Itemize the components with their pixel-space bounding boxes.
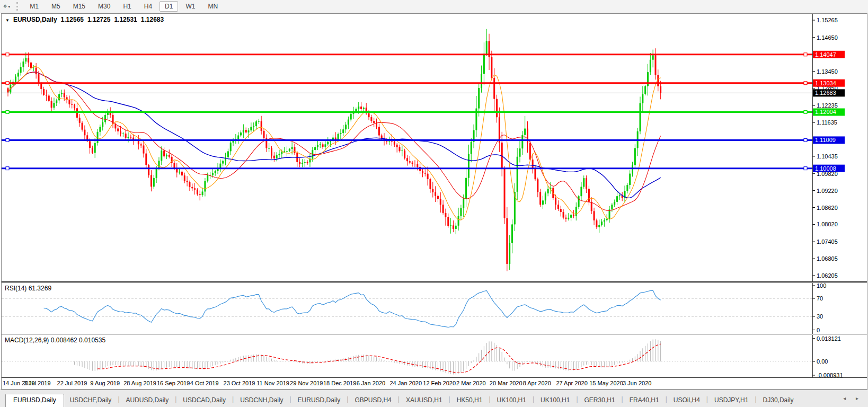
timeframe-button-h4[interactable]: H4: [139, 1, 157, 12]
timeframe-button-m5[interactable]: M5: [46, 1, 66, 12]
chart-tab-uk100-h1[interactable]: UK100,H1: [491, 394, 532, 407]
chart-tab-gbpusd-h4[interactable]: GBPUSD,H4: [349, 394, 397, 407]
chart-tab-hk50-h1[interactable]: HK50,H1: [451, 394, 489, 407]
tab-separator: |: [289, 395, 291, 403]
chart-tab-ger30-h1[interactable]: GER30,H1: [579, 394, 621, 407]
rsi-line: [44, 290, 661, 327]
chart-tabs: EURUSD,DailyUSDCHF,Daily|AUDUSD,Daily|US…: [5, 393, 800, 407]
hline-handle: [804, 138, 807, 141]
svg-text:1.09220: 1.09220: [817, 188, 838, 194]
candlestick-chart[interactable]: 1.152651.146501.134501.128501.122351.116…: [2, 14, 867, 281]
tab-separator: |: [706, 395, 708, 403]
date-label: 15 May 2020: [589, 380, 623, 386]
tab-scroll-left-icon[interactable]: ◂: [843, 395, 850, 401]
hline-handle: [804, 110, 807, 113]
hline-handle: [6, 110, 9, 113]
date-label: 24 Jan 2020: [389, 380, 422, 386]
date-label: 28 Aug 2019: [123, 380, 156, 386]
tab-separator: |: [397, 395, 400, 403]
svg-text:1.06805: 1.06805: [817, 255, 838, 262]
tab-scroll-right-icon[interactable]: ▸: [856, 395, 863, 401]
date-label: 23 Oct 2019: [224, 380, 255, 386]
svg-text:1.12683: 1.12683: [815, 90, 836, 96]
chart-tab-bar: EURUSD,DailyUSDCHF,Daily|AUDUSD,Daily|US…: [0, 390, 868, 407]
svg-text:1.08620: 1.08620: [817, 205, 838, 211]
timeframe-button-w1[interactable]: W1: [180, 1, 200, 12]
timeframe-button-h1[interactable]: H1: [118, 1, 136, 12]
timeframe-buttons: M1M5M15M30H1H4D1W1MN: [23, 3, 224, 10]
svg-text:1.12235: 1.12235: [817, 102, 838, 109]
timeframe-button-m1[interactable]: M1: [24, 1, 44, 12]
svg-text:1.11009: 1.11009: [815, 137, 836, 143]
svg-text:-0.008931: -0.008931: [817, 372, 843, 377]
timeframe-button-m15[interactable]: M15: [68, 1, 91, 12]
svg-text:30: 30: [817, 313, 823, 320]
date-axis[interactable]: 14 Jun 20193 Jul 201922 Jul 20199 Aug 20…: [2, 378, 867, 390]
date-label: 16 Sep 2019: [157, 380, 190, 386]
rsi-panel[interactable]: 10070300: [2, 283, 867, 334]
macd-axis[interactable]: 0.0131210.00-0.008931: [812, 335, 843, 377]
svg-text:70: 70: [817, 295, 823, 302]
date-label: 8 Apr 2020: [523, 380, 551, 386]
rsi-axis[interactable]: 10070300: [812, 283, 826, 334]
macd-panel[interactable]: 0.0131210.00-0.008931: [2, 335, 867, 377]
chart-tab-xauusd-h1[interactable]: XAUUSD,H1: [400, 394, 448, 407]
chart-tab-dj30-daily[interactable]: DJ30,Daily: [757, 394, 800, 407]
hline-handle: [804, 167, 807, 170]
date-label: 12 Feb 2020: [423, 380, 456, 386]
date-label: 20 Mar 2020: [490, 380, 522, 386]
chart-tab-uk100-h1[interactable]: UK100,H1: [535, 394, 575, 407]
timeframe-button-m30[interactable]: M30: [93, 1, 116, 12]
tab-separator: |: [232, 395, 234, 403]
chart-tab-audusd-daily[interactable]: AUDUSD,Daily: [120, 394, 175, 407]
chart-tab-eurusd-daily[interactable]: EURUSD,Daily: [292, 394, 347, 407]
chart-tab-usdcnh-daily[interactable]: USDCNH,Daily: [234, 394, 289, 407]
svg-text:1.13034: 1.13034: [815, 80, 836, 86]
svg-text:1.10435: 1.10435: [817, 153, 838, 160]
date-label: 3 Jun 2020: [623, 380, 651, 386]
hline-1.12004[interactable]: [2, 110, 812, 113]
svg-text:1.06205: 1.06205: [817, 272, 838, 279]
hline-1.14047[interactable]: [2, 53, 812, 56]
chart-tab-usoil-h4[interactable]: USOil,H4: [668, 394, 706, 407]
tab-separator: |: [488, 395, 491, 403]
svg-text:1.15265: 1.15265: [817, 17, 838, 23]
date-label: 11 Nov 2019: [256, 380, 289, 386]
chart-tab-usdjpy-h1[interactable]: USDJPY,H1: [708, 394, 754, 407]
svg-text:100: 100: [817, 283, 826, 289]
hline-handle: [6, 138, 9, 141]
tab-separator: |: [665, 395, 668, 403]
svg-text:0.013121: 0.013121: [817, 335, 841, 342]
tab-separator: |: [117, 395, 120, 403]
hline-1.10008[interactable]: [2, 167, 812, 170]
timeframe-button-d1[interactable]: D1: [160, 1, 178, 12]
svg-text:1.07405: 1.07405: [817, 238, 838, 245]
chart-tab-fra40-h1[interactable]: FRA40,H1: [624, 394, 665, 407]
tab-scroll-arrows: ◂ ▸: [843, 395, 863, 401]
chart-tab-eurusd-daily[interactable]: EURUSD,Daily: [5, 394, 64, 407]
ma-line-50[interactable]: [8, 72, 661, 198]
hline-handle: [804, 82, 807, 85]
price-axis[interactable]: 1.152651.146501.134501.128501.122351.116…: [812, 14, 845, 281]
date-label: 6 Jan 2020: [357, 380, 385, 386]
date-label: 9 Aug 2019: [90, 380, 120, 386]
svg-text:1.14047: 1.14047: [815, 51, 836, 58]
date-label: 27 Apr 2020: [556, 380, 587, 386]
date-label: 2 Mar 2020: [456, 380, 486, 386]
chevron-down-icon[interactable]: ▾: [8, 4, 10, 9]
mt4-window: ⌖ ▾ M1M5M15M30H1H4D1W1MN 1.152651.146501…: [0, 0, 868, 407]
timeframe-button-mn[interactable]: MN: [202, 1, 223, 12]
candlesticks: [7, 29, 662, 271]
chart-tab-usdcad-daily[interactable]: USDCAD,Daily: [177, 394, 232, 407]
timeframe-toolbar: ⌖ ▾ M1M5M15M30H1H4D1W1MN: [0, 0, 868, 13]
hline-1.13034[interactable]: [2, 82, 812, 85]
svg-text:1.14650: 1.14650: [817, 34, 838, 41]
chart-tab-usdchf-daily[interactable]: USDCHF,Daily: [64, 394, 118, 407]
date-label: 22 Jul 2019: [57, 380, 87, 386]
hline-handle: [6, 167, 9, 170]
chart-cursor-button[interactable]: ⌖ ▾: [3, 2, 10, 11]
svg-text:1.12004: 1.12004: [815, 109, 836, 115]
svg-text:1.08020: 1.08020: [817, 221, 838, 227]
ma-line-8[interactable]: [8, 66, 661, 220]
tab-separator: |: [575, 395, 578, 403]
